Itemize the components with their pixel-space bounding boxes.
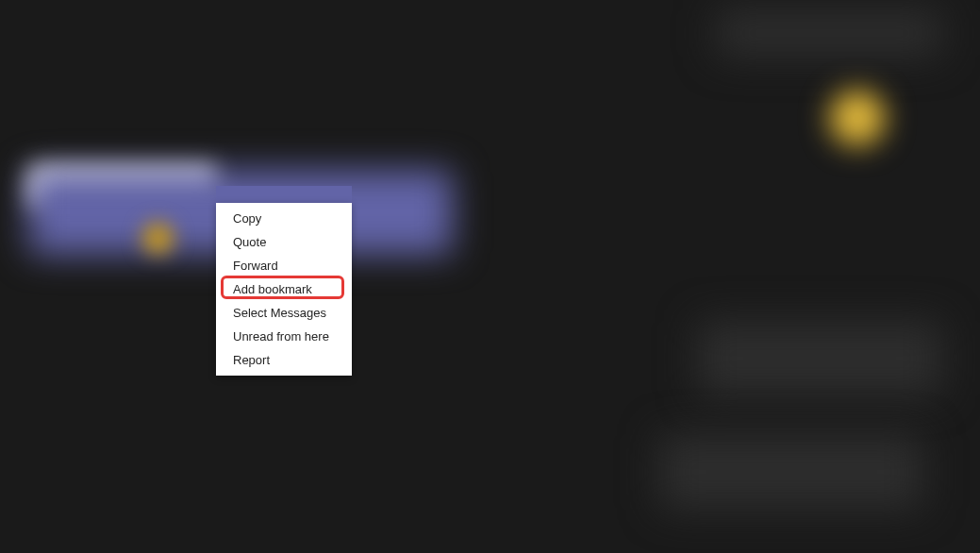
menu-item-forward[interactable]: Forward [216,254,352,277]
menu-item-report[interactable]: Report [216,348,352,372]
message-header-bar [216,186,352,203]
menu-item-select-messages[interactable]: Select Messages [216,301,352,325]
blurred-avatar-small [141,222,174,255]
blurred-message-top-right [716,9,942,57]
menu-item-copy[interactable]: Copy [216,207,352,230]
menu-item-quote[interactable]: Quote [216,230,352,254]
blurred-avatar-gold [829,90,886,146]
blurred-message-mid-right [697,321,942,396]
menu-item-unread-from-here[interactable]: Unread from here [216,325,352,348]
context-menu: Copy Quote Forward Add bookmark Select M… [216,203,352,376]
blurred-message-bottom-right [659,434,923,510]
menu-item-add-bookmark[interactable]: Add bookmark [216,277,352,301]
